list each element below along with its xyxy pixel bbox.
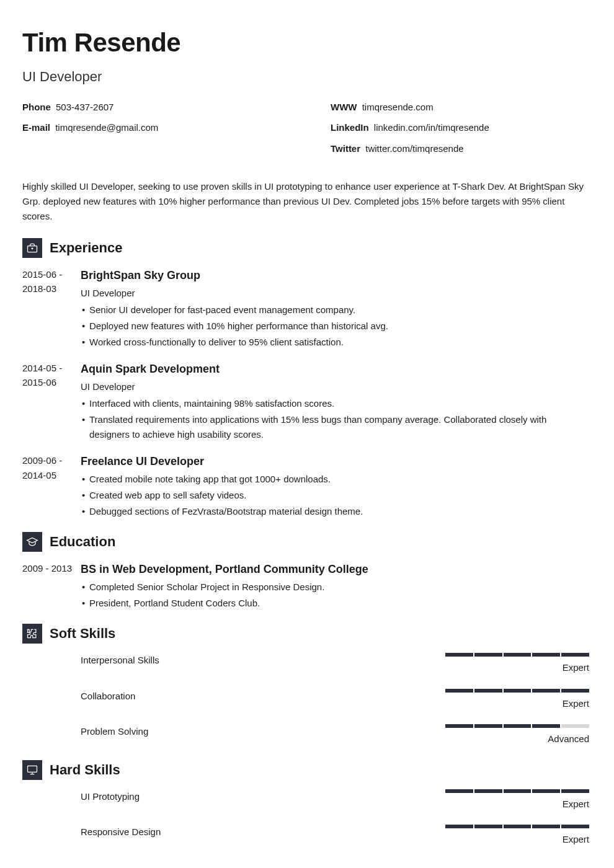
bullet: Debugged sections of FezVrasta/Bootstrap… (81, 504, 589, 519)
contact-linkedin: LinkedIn linkedin.com/in/timqresende (331, 120, 589, 135)
bullet: Completed Senior Scholar Project in Resp… (81, 580, 589, 595)
skill-segment (561, 789, 589, 793)
contact-email: E-mail timqresende@gmail.com (22, 120, 281, 135)
skill-bar (445, 724, 589, 728)
experience-entry: 2009-06 - 2014-05 Freelance UI Developer… (22, 453, 589, 520)
skill-bar (445, 789, 589, 793)
contact-phone: Phone 503-437-2607 (22, 100, 281, 114)
entry-title: Aquin Spark Development (81, 361, 589, 378)
skill-row: UI PrototypingExpert (22, 789, 589, 811)
experience-entry: 2015-06 - 2018-03 BrightSpan Sky Group U… (22, 267, 589, 351)
skill-level: Expert (563, 832, 589, 846)
entry-bullets: Completed Senior Scholar Project in Resp… (81, 580, 589, 611)
entry-dates: 2014-05 - 2015-06 (22, 361, 81, 443)
contact-label: E-mail (22, 122, 50, 133)
section-header: Hard Skills (22, 760, 589, 781)
skill-segment (532, 653, 560, 657)
section-experience: Experience 2015-06 - 2018-03 BrightSpan … (22, 237, 589, 520)
contacts: Phone 503-437-2607 E-mail timqresende@gm… (22, 100, 589, 162)
bullet: Translated requirements into application… (81, 412, 589, 442)
section-header: Soft Skills (22, 623, 589, 644)
bullet: Created web app to sell safety videos. (81, 488, 589, 503)
entry-bullets: Senior UI developer for fast-paced event… (81, 303, 589, 350)
contacts-right: WWW timqresende.com LinkedIn linkedin.co… (331, 100, 589, 162)
skill-segment (504, 689, 532, 693)
skill-segment (532, 789, 560, 793)
puzzle-icon (22, 624, 42, 644)
skill-segment (532, 825, 560, 828)
experience-entry: 2014-05 - 2015-06 Aquin Spark Developmen… (22, 361, 589, 443)
bullet: Deployed new features with 10% higher pe… (81, 319, 589, 334)
skill-meter: Expert (445, 689, 589, 711)
entry-title: BS in Web Development, Portland Communit… (81, 561, 589, 578)
skill-segment (561, 653, 589, 657)
skill-meter: Advanced (445, 724, 589, 746)
skill-bar (445, 825, 589, 828)
entry-title: BrightSpan Sky Group (81, 267, 589, 285)
skill-segment (445, 724, 473, 728)
skill-segment (474, 653, 502, 657)
skill-segment (445, 689, 473, 693)
section-hard-skills: Hard Skills UI PrototypingExpertResponsi… (22, 760, 589, 847)
education-entry: 2009 - 2013 BS in Web Development, Portl… (22, 561, 589, 612)
section-header: Experience (22, 237, 589, 259)
resume-name: Tim Resende (22, 22, 589, 63)
section-title: Soft Skills (50, 623, 115, 644)
skill-name: Problem Solving (81, 724, 445, 746)
skill-name: Responsive Design (81, 825, 445, 846)
contact-value: twitter.com/timqresende (365, 143, 463, 154)
bullet: Interfaced with clients, maintaining 98%… (81, 396, 589, 411)
skill-level: Expert (563, 660, 589, 675)
resume-title: UI Developer (22, 66, 589, 87)
contact-label: WWW (331, 102, 357, 112)
skill-bar (445, 653, 589, 657)
svg-point-1 (32, 248, 33, 249)
section-education: Education 2009 - 2013 BS in Web Developm… (22, 531, 589, 612)
briefcase-icon (22, 238, 42, 258)
summary: Highly skilled UI Developer, seeking to … (22, 179, 589, 224)
skill-segment (504, 789, 532, 793)
contact-www: WWW timqresende.com (331, 100, 589, 114)
skill-segment (445, 825, 473, 828)
skill-segment (474, 724, 502, 728)
skill-segment (474, 789, 502, 793)
section-title: Education (50, 531, 115, 552)
contact-value: linkedin.com/in/timqresende (374, 122, 489, 133)
section-title: Hard Skills (50, 760, 120, 781)
skill-segment (504, 653, 532, 657)
entry-bullets: Interfaced with clients, maintaining 98%… (81, 396, 589, 442)
contact-label: Phone (22, 102, 51, 112)
skill-segment (561, 724, 589, 728)
skill-row: Interpersonal SkillsExpert (22, 653, 589, 675)
skill-segment (474, 689, 502, 693)
skill-segment (504, 825, 532, 828)
skill-row: Responsive DesignExpert (22, 825, 589, 846)
bullet: President, Portland Student Coders Club. (81, 596, 589, 611)
section-title: Experience (50, 237, 122, 259)
skill-segment (504, 724, 532, 728)
skill-name: UI Prototyping (81, 789, 445, 811)
monitor-icon (22, 760, 42, 780)
contact-twitter: Twitter twitter.com/timqresende (331, 141, 589, 156)
skill-row: Problem SolvingAdvanced (22, 724, 589, 746)
svg-rect-2 (28, 766, 37, 772)
entry-dates: 2009 - 2013 (22, 561, 81, 612)
skill-level: Expert (563, 696, 589, 711)
entry-dates: 2009-06 - 2014-05 (22, 453, 81, 520)
skill-name: Collaboration (81, 689, 445, 711)
contacts-left: Phone 503-437-2607 E-mail timqresende@gm… (22, 100, 281, 162)
skill-meter: Expert (445, 825, 589, 846)
skill-segment (532, 724, 560, 728)
skill-level: Advanced (548, 732, 589, 746)
contact-value: 503-437-2607 (56, 102, 113, 112)
section-header: Education (22, 531, 589, 552)
entry-role: UI Developer (81, 379, 589, 394)
bullet: Senior UI developer for fast-paced event… (81, 303, 589, 317)
entry-role: UI Developer (81, 286, 589, 300)
skill-meter: Expert (445, 653, 589, 675)
contact-value: timqresende@gmail.com (55, 122, 158, 133)
skill-segment (445, 653, 473, 657)
skill-segment (445, 789, 473, 793)
skill-bar (445, 689, 589, 693)
skill-level: Expert (563, 797, 589, 811)
